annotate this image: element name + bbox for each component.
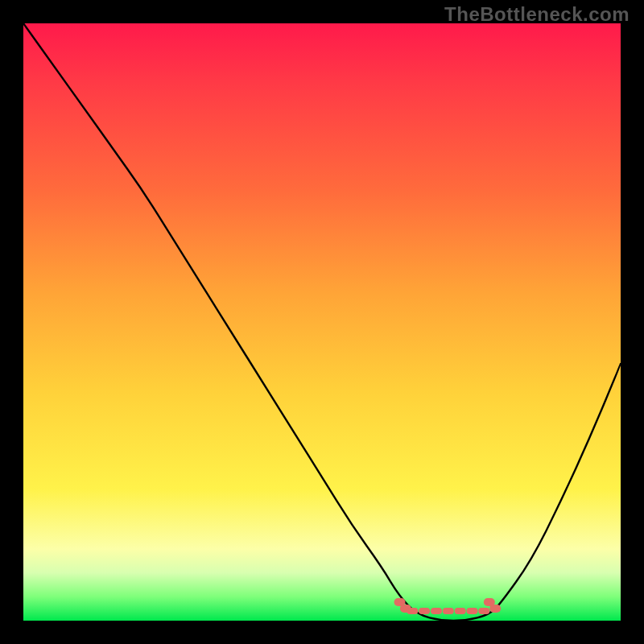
optimal-marker <box>419 608 430 614</box>
optimal-marker <box>407 608 418 614</box>
optimal-marker <box>443 608 454 614</box>
optimal-marker <box>431 608 442 614</box>
watermark-text: TheBottleneck.com <box>444 3 630 26</box>
chart-frame: TheBottleneck.com <box>0 0 644 644</box>
optimal-marker <box>467 608 478 614</box>
curve-layer <box>23 23 621 621</box>
plot-area <box>23 23 621 621</box>
optimal-marker <box>455 608 466 614</box>
optimal-markers <box>394 598 502 614</box>
optimal-marker <box>478 608 489 614</box>
bottleneck-curve <box>23 23 621 621</box>
optimal-marker <box>489 605 501 613</box>
